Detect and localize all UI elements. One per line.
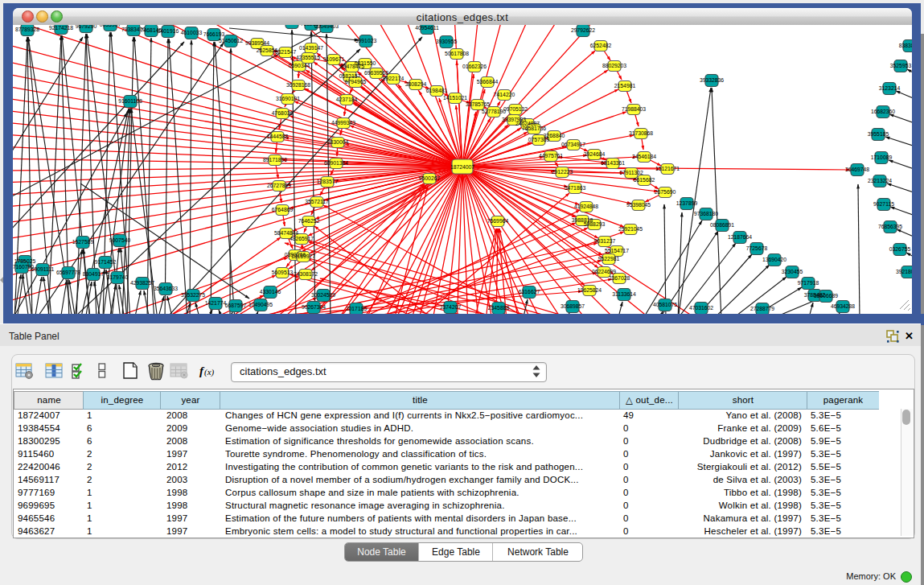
svg-text:9027115: 9027115: [873, 201, 894, 207]
svg-text:36928168: 36928168: [286, 82, 310, 88]
svg-text:47031602: 47031602: [689, 305, 713, 311]
svg-text:76856395: 76856395: [878, 224, 902, 229]
svg-text:31133614: 31133614: [612, 291, 636, 297]
svg-text:55154717: 55154717: [605, 248, 629, 253]
svg-text:69639568: 69639568: [364, 70, 388, 76]
svg-text:0582157: 0582157: [339, 73, 361, 79]
svg-text:58474844: 58474844: [274, 230, 298, 236]
svg-text:6316627: 6316627: [519, 289, 540, 295]
svg-text:6687597: 6687597: [225, 303, 247, 308]
svg-text:97368180: 97368180: [694, 211, 718, 216]
svg-text:87789328: 87789328: [15, 27, 39, 32]
svg-text:01439147: 01439147: [299, 45, 323, 51]
svg-text:4610033: 4610033: [181, 30, 203, 35]
svg-text:7725678: 7725678: [746, 245, 768, 251]
svg-text:5609513: 5609513: [272, 270, 294, 275]
svg-text:30689857: 30689857: [561, 303, 585, 309]
svg-text:52778190: 52778190: [482, 109, 506, 114]
svg-text:6321547: 6321547: [275, 49, 297, 55]
svg-text:6764869: 6764869: [272, 207, 294, 212]
svg-text:95398045: 95398045: [626, 202, 651, 208]
svg-text:31690191: 31690191: [276, 96, 300, 101]
svg-text:76581736: 76581736: [522, 126, 546, 131]
svg-text:29792622: 29792622: [571, 27, 595, 33]
svg-text:44999343: 44999343: [331, 120, 355, 126]
svg-text:3525953: 3525953: [890, 63, 912, 68]
svg-text:10490495: 10490495: [248, 302, 273, 307]
svg-text:35643633: 35643633: [154, 286, 178, 291]
svg-text:19625824: 19625824: [577, 287, 602, 293]
svg-text:12187664: 12187664: [728, 234, 752, 240]
svg-text:1444588: 1444588: [267, 134, 289, 139]
svg-text:3924684: 3924684: [584, 151, 606, 157]
svg-text:6794965: 6794965: [345, 79, 367, 84]
svg-text:3955185: 3955185: [868, 131, 889, 137]
svg-text:30024589: 30024589: [311, 292, 335, 298]
svg-text:44975761: 44975761: [539, 153, 563, 159]
svg-text:0590344: 0590344: [289, 63, 310, 68]
svg-text:3808294: 3808294: [405, 81, 427, 87]
svg-text:8804917: 8804917: [83, 271, 105, 277]
svg-text:2345888: 2345888: [488, 305, 510, 311]
svg-text:7646252: 7646252: [298, 218, 320, 224]
svg-text:46934288: 46934288: [831, 303, 855, 309]
svg-text:0033907: 0033907: [100, 25, 121, 27]
svg-text:6991023: 6991023: [355, 38, 377, 43]
svg-text:2367028: 2367028: [609, 275, 630, 281]
svg-text:38606689: 38606689: [814, 293, 838, 299]
svg-text:39218051: 39218051: [896, 269, 912, 274]
svg-text:51450612: 51450612: [219, 38, 243, 43]
svg-text:7666193: 7666193: [203, 31, 225, 37]
svg-text:15121671: 15121671: [655, 166, 680, 171]
svg-text:40581075: 40581075: [653, 302, 677, 307]
svg-text:1785025: 1785025: [14, 258, 36, 264]
svg-text:6252482: 6252482: [590, 43, 612, 48]
svg-text:92174218: 92174218: [49, 25, 73, 31]
svg-text:2017185: 2017185: [346, 306, 368, 311]
svg-text:63049403: 63049403: [314, 25, 339, 29]
svg-text:07911302: 07911302: [619, 170, 643, 175]
svg-text:33785765: 33785765: [466, 101, 490, 107]
svg-text:8383838: 8383838: [899, 43, 912, 48]
svg-text:5366844: 5366844: [477, 79, 499, 84]
svg-text:40954611: 40954611: [415, 25, 439, 31]
svg-text:5471863: 5471863: [565, 185, 586, 191]
svg-text:0326755: 0326755: [889, 246, 911, 252]
svg-text:13690420: 13690420: [762, 257, 786, 262]
svg-text:9031237: 9031237: [594, 238, 616, 244]
svg-text:4237184: 4237184: [336, 97, 358, 102]
svg-text:90267304: 90267304: [302, 304, 326, 310]
svg-text:(x): (x): [204, 367, 215, 377]
svg-text:24546184: 24546184: [632, 154, 656, 159]
svg-text:69091111: 69091111: [31, 266, 55, 272]
svg-text:9007540: 9007540: [109, 237, 131, 243]
svg-text:9522981: 9522981: [598, 256, 620, 262]
svg-text:6615682: 6615682: [634, 177, 655, 183]
svg-text:3930955: 3930955: [436, 39, 458, 44]
svg-text:18169977: 18169977: [291, 253, 315, 259]
svg-text:2154981: 2154981: [614, 83, 636, 89]
svg-text:18724007: 18724007: [450, 164, 474, 170]
svg-text:50617808: 50617808: [445, 51, 469, 56]
svg-text:36469748: 36469748: [845, 167, 869, 172]
svg-text:08086891: 08086891: [710, 222, 734, 228]
svg-text:88029203: 88029203: [602, 63, 626, 68]
svg-text:3230455: 3230455: [782, 269, 803, 274]
svg-text:39532275: 39532275: [181, 292, 205, 298]
svg-text:39332836: 39332836: [700, 77, 724, 83]
svg-text:42938257: 42938257: [130, 280, 154, 286]
svg-text:26727899: 26727899: [267, 183, 291, 188]
svg-text:6831550: 6831550: [355, 60, 376, 66]
svg-text:9500267: 9500267: [419, 175, 441, 181]
svg-text:31730868: 31730868: [629, 130, 653, 136]
svg-text:99389544: 99389544: [245, 40, 269, 46]
svg-text:65697778: 65697778: [56, 270, 80, 275]
svg-text:42355515: 42355515: [296, 55, 320, 60]
svg-text:0757369: 0757369: [528, 137, 550, 142]
svg-text:06734917: 06734917: [561, 142, 585, 147]
svg-text:1710089: 1710089: [871, 154, 893, 160]
svg-text:2912223: 2912223: [552, 169, 573, 175]
svg-text:48265917: 48265917: [290, 236, 314, 241]
svg-text:9109671: 9109671: [323, 56, 345, 62]
svg-text:7414220: 7414220: [494, 92, 515, 97]
